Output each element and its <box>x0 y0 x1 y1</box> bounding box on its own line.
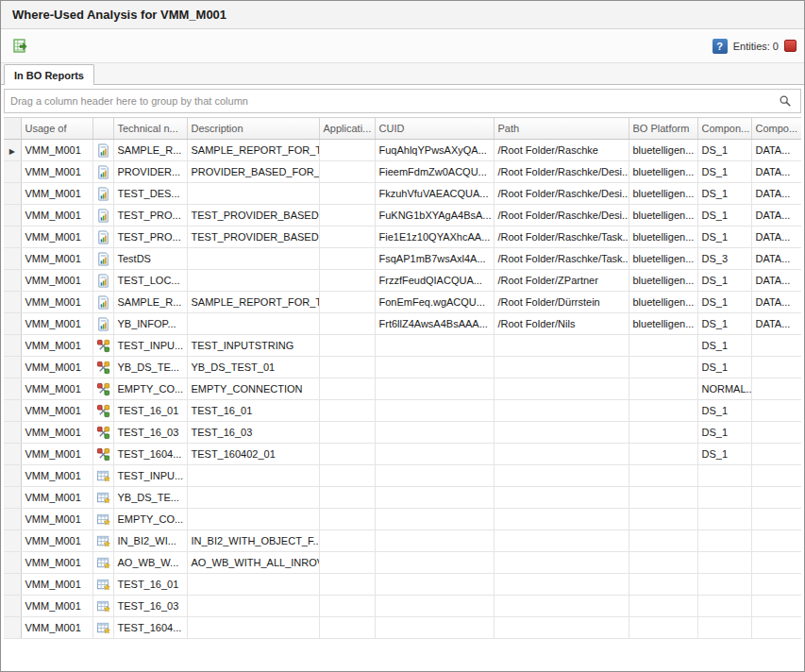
bo-platform-cell[interactable]: bluetelligen... <box>629 183 697 205</box>
usage-of-cell[interactable]: VMM_M001 <box>21 487 92 509</box>
component-1-cell[interactable]: DS_1 <box>697 400 751 422</box>
description-cell[interactable] <box>187 313 319 335</box>
component-1-cell[interactable] <box>697 530 751 552</box>
bo-platform-cell[interactable] <box>629 574 697 596</box>
bo-platform-cell[interactable] <box>629 530 697 552</box>
help-icon[interactable]: ? <box>713 39 728 54</box>
description-cell[interactable] <box>187 509 319 530</box>
application-cell[interactable] <box>319 574 375 596</box>
path-cell[interactable]: /Root Folder/Raschke/Task... <box>494 248 629 270</box>
bo-platform-cell[interactable] <box>629 509 697 530</box>
application-cell[interactable] <box>319 205 375 227</box>
description-cell[interactable] <box>187 617 319 639</box>
application-cell[interactable] <box>319 313 375 335</box>
component-1-cell[interactable]: DS_1 <box>697 205 751 227</box>
table-row[interactable]: VMM_M001YB_INFOP...Frt6llZ4AwsA4BsAAA...… <box>4 313 801 335</box>
technical-name-cell[interactable]: TEST_PRO... <box>113 205 187 227</box>
application-cell[interactable] <box>319 400 375 422</box>
usage-of-cell[interactable]: VMM_M001 <box>21 596 92 617</box>
bo-platform-cell[interactable] <box>629 335 697 357</box>
bo-platform-cell[interactable]: bluetelligen... <box>629 161 697 183</box>
table-row[interactable]: VMM_M001TEST_16_01TEST_16_01DS_1 <box>4 400 801 422</box>
description-cell[interactable] <box>187 270 319 292</box>
usage-of-cell[interactable]: VMM_M001 <box>21 227 92 248</box>
component-2-cell[interactable]: DATA... <box>751 270 801 292</box>
cuid-cell[interactable]: FuqAhlqYPwsAXyQA... <box>375 140 494 161</box>
technical-name-cell[interactable]: PROVIDER... <box>113 161 187 183</box>
component-2-cell[interactable]: DATA... <box>751 183 801 205</box>
bo-platform-cell[interactable]: bluetelligen... <box>629 313 697 335</box>
technical-name-cell[interactable]: TEST_INPU... <box>113 335 187 357</box>
column-header-component-2[interactable]: Compo... <box>751 118 801 140</box>
table-row[interactable]: VMM_M001TEST_PRO...TEST_PROVIDER_BASEDFu… <box>4 205 801 227</box>
component-2-cell[interactable]: DATA... <box>751 248 801 270</box>
component-1-cell[interactable] <box>697 465 751 487</box>
usage-of-cell[interactable]: VMM_M001 <box>21 444 92 465</box>
application-cell[interactable] <box>319 227 375 248</box>
cuid-cell[interactable] <box>375 335 494 357</box>
group-by-bar[interactable]: Drag a column header here to group by th… <box>4 89 801 113</box>
export-button[interactable] <box>8 34 33 59</box>
application-cell[interactable] <box>319 357 375 378</box>
description-cell[interactable]: TEST_16_03 <box>187 422 319 444</box>
column-header-object-type[interactable] <box>92 118 113 140</box>
cuid-cell[interactable] <box>375 357 494 378</box>
bo-platform-cell[interactable] <box>629 465 697 487</box>
description-cell[interactable] <box>187 465 319 487</box>
table-row[interactable]: VMM_M001TEST_16_03 <box>4 596 801 617</box>
component-1-cell[interactable]: NORMAL... <box>697 378 751 400</box>
bo-platform-cell[interactable]: bluetelligen... <box>629 292 697 313</box>
column-header-usage-of[interactable]: Usage of <box>21 118 92 140</box>
application-cell[interactable] <box>319 509 375 530</box>
component-1-cell[interactable]: DS_1 <box>697 161 751 183</box>
table-row[interactable]: VMM_M001YB_DS_TE...YB_DS_TEST_01DS_1 <box>4 357 801 378</box>
component-2-cell[interactable] <box>751 487 801 509</box>
table-row[interactable]: VMM_M001TEST_INPU... <box>4 465 801 487</box>
bo-platform-cell[interactable]: bluetelligen... <box>629 205 697 227</box>
component-1-cell[interactable] <box>697 552 751 574</box>
bo-platform-cell[interactable] <box>629 617 697 639</box>
technical-name-cell[interactable]: SAMPLE_R... <box>113 140 187 161</box>
table-row[interactable]: VMM_M001PROVIDER...PROVIDER_BASED_FOR_..… <box>4 161 801 183</box>
component-2-cell[interactable]: DATA... <box>751 205 801 227</box>
description-cell[interactable]: EMPTY_CONNECTION <box>187 378 319 400</box>
technical-name-cell[interactable]: TEST_16_03 <box>113 422 187 444</box>
column-header-component-1[interactable]: Compon... <box>697 118 751 140</box>
technical-name-cell[interactable]: TEST_1604... <box>113 617 187 639</box>
table-row[interactable]: VMM_M001YB_DS_TE... <box>4 487 801 509</box>
path-cell[interactable]: /Root Folder/Nils <box>494 313 629 335</box>
description-cell[interactable]: SAMPLE_REPORT_FOR_T... <box>187 292 319 313</box>
search-button[interactable] <box>776 92 795 110</box>
cuid-cell[interactable]: FieemFdmZw0ACQU... <box>375 161 494 183</box>
technical-name-cell[interactable]: YB_DS_TE... <box>113 487 187 509</box>
usage-of-cell[interactable]: VMM_M001 <box>21 313 92 335</box>
path-cell[interactable] <box>494 574 629 596</box>
table-row[interactable]: VMM_M001TEST_LOC...FrzzfFeudQIACQUA.../R… <box>4 270 801 292</box>
usage-of-cell[interactable]: VMM_M001 <box>21 509 92 530</box>
column-header-application[interactable]: Applicati... <box>319 118 375 140</box>
application-cell[interactable] <box>319 292 375 313</box>
usage-of-cell[interactable]: VMM_M001 <box>21 552 92 574</box>
path-cell[interactable] <box>494 444 629 465</box>
cuid-cell[interactable] <box>375 465 494 487</box>
table-row[interactable]: VMM_M001AO_WB_W...AO_WB_WITH_ALL_INROV <box>4 552 801 574</box>
component-2-cell[interactable] <box>751 357 801 378</box>
usage-of-cell[interactable]: VMM_M001 <box>21 400 92 422</box>
description-cell[interactable]: SAMPLE_REPORT_FOR_T... <box>187 140 319 161</box>
component-2-cell[interactable] <box>751 422 801 444</box>
application-cell[interactable] <box>319 183 375 205</box>
description-cell[interactable]: TEST_PROVIDER_BASED <box>187 205 319 227</box>
technical-name-cell[interactable]: SAMPLE_R... <box>113 292 187 313</box>
bo-platform-cell[interactable] <box>629 552 697 574</box>
usage-of-cell[interactable]: VMM_M001 <box>21 422 92 444</box>
application-cell[interactable] <box>319 487 375 509</box>
application-cell[interactable] <box>319 422 375 444</box>
application-cell[interactable] <box>319 270 375 292</box>
description-cell[interactable] <box>187 574 319 596</box>
application-cell[interactable] <box>319 617 375 639</box>
path-cell[interactable] <box>494 400 629 422</box>
usage-of-cell[interactable]: VMM_M001 <box>21 248 92 270</box>
cuid-cell[interactable]: FrzzfFeudQIACQUA... <box>375 270 494 292</box>
usage-of-cell[interactable]: VMM_M001 <box>21 183 92 205</box>
bo-platform-cell[interactable]: bluetelligen... <box>629 248 697 270</box>
